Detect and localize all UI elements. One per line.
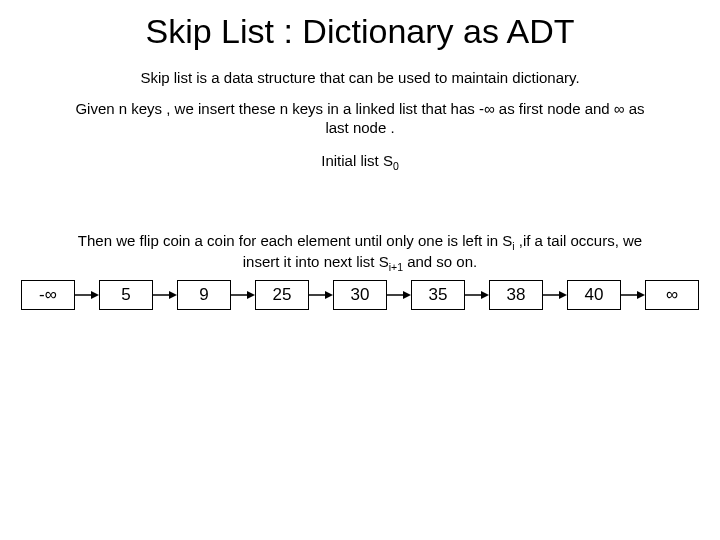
flip-d: and so on.: [403, 253, 477, 270]
svg-marker-7: [325, 291, 333, 299]
list-node: 5: [99, 280, 153, 310]
list-node: 40: [567, 280, 621, 310]
list-node: ∞: [645, 280, 699, 310]
svg-marker-11: [481, 291, 489, 299]
svg-marker-15: [637, 291, 645, 299]
list-node: -∞: [21, 280, 75, 310]
arrow-icon: [465, 289, 489, 301]
list-node: 9: [177, 280, 231, 310]
list-node: 25: [255, 280, 309, 310]
arrow-icon: [231, 289, 255, 301]
arrow-icon: [75, 289, 99, 301]
svg-marker-3: [169, 291, 177, 299]
arrow-icon: [621, 289, 645, 301]
arrow-icon: [153, 289, 177, 301]
flip-a: Then we flip coin a coin for each elemen…: [78, 232, 512, 249]
coin-flip-desc: Then we flip coin a coin for each elemen…: [18, 232, 702, 274]
list-node: 35: [411, 280, 465, 310]
subtitle-text: Skip list is a data structure that can b…: [0, 69, 720, 86]
linked-list-row: -∞592530353840∞: [0, 280, 720, 310]
initlist-sub: 0: [393, 160, 399, 172]
flip-b: ,if a tail occurs, we: [515, 232, 643, 249]
desc1-line2: last node .: [325, 119, 394, 136]
svg-marker-5: [247, 291, 255, 299]
list-node: 30: [333, 280, 387, 310]
arrow-icon: [387, 289, 411, 301]
description-1: Given n keys , we insert these n keys in…: [18, 100, 702, 138]
initlist-text: Initial list S: [321, 152, 393, 169]
list-node: 38: [489, 280, 543, 310]
slide-title: Skip List : Dictionary as ADT: [0, 12, 720, 51]
initial-list-label: Initial list S0: [0, 152, 720, 172]
svg-marker-9: [403, 291, 411, 299]
svg-marker-13: [559, 291, 567, 299]
flip-sub2: i+1: [389, 261, 403, 273]
flip-c: insert it into next list S: [243, 253, 389, 270]
arrow-icon: [309, 289, 333, 301]
svg-marker-1: [91, 291, 99, 299]
arrow-icon: [543, 289, 567, 301]
desc1-line1: Given n keys , we insert these n keys in…: [75, 100, 644, 117]
